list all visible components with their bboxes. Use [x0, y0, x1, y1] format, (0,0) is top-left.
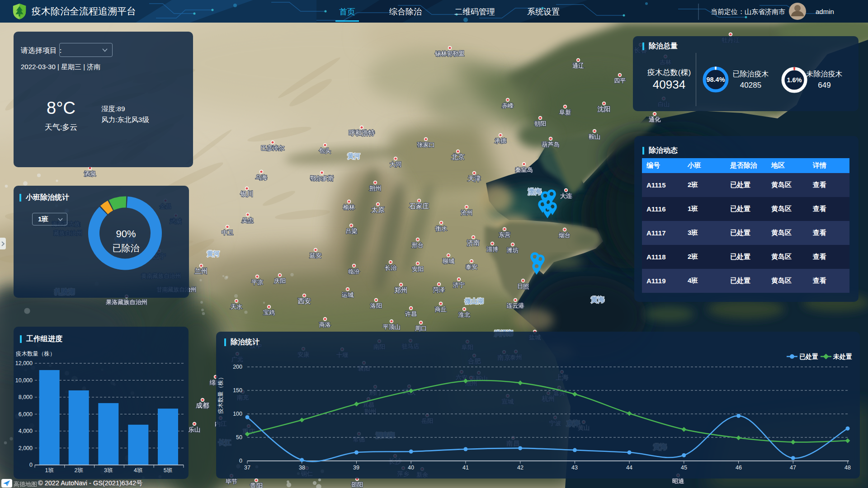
svg-text:37: 37	[244, 465, 250, 471]
svg-text:41: 41	[462, 465, 469, 471]
svg-text:未处置: 未处置	[833, 353, 852, 360]
svg-text:38: 38	[299, 465, 305, 471]
svg-text:疫木除治全流程追溯平台: 疫木除治全流程追溯平台	[32, 6, 136, 16]
svg-text:admin: admin	[816, 8, 834, 15]
svg-text:首页: 首页	[339, 7, 355, 16]
svg-text:当前定位：山东省济南市: 当前定位：山东省济南市	[711, 8, 785, 15]
svg-text:46: 46	[736, 465, 742, 471]
svg-text:150: 150	[233, 387, 242, 394]
svg-text:100: 100	[233, 411, 242, 417]
svg-text:系统设置: 系统设置	[527, 7, 560, 16]
svg-text:39: 39	[353, 465, 359, 471]
svg-text:44: 44	[626, 465, 632, 471]
svg-text:43: 43	[571, 465, 578, 471]
svg-text:已处置: 已处置	[799, 353, 818, 360]
svg-text:48: 48	[844, 465, 851, 471]
svg-text:40: 40	[408, 465, 414, 471]
svg-text:45: 45	[681, 465, 687, 471]
svg-text:二维码管理: 二维码管理	[454, 7, 495, 16]
svg-text:200: 200	[233, 364, 242, 370]
svg-text:47: 47	[790, 465, 796, 471]
svg-text:50: 50	[236, 434, 242, 441]
svg-text:疫木数量（株）: 疫木数量（株）	[217, 374, 224, 414]
svg-text:0: 0	[239, 458, 242, 464]
svg-text:综合除治: 综合除治	[389, 7, 422, 16]
svg-text:42: 42	[517, 465, 524, 471]
